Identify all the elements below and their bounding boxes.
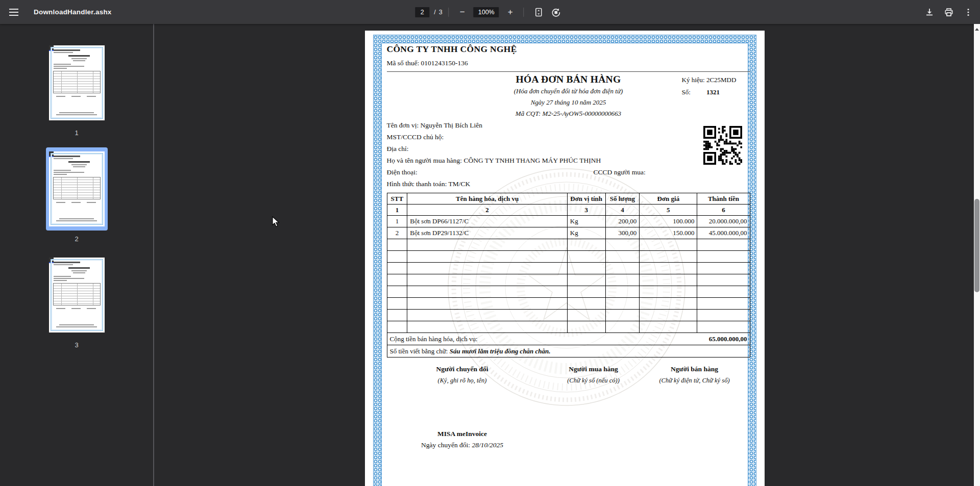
thumbnail-list: 1 2 bbox=[0, 41, 153, 360]
thumbnail-page-number: 3 bbox=[75, 341, 78, 349]
page-thumbnail[interactable]: 1 bbox=[46, 41, 108, 137]
table-row bbox=[387, 310, 750, 321]
table-row bbox=[387, 321, 750, 333]
header-divider bbox=[387, 71, 750, 72]
conversion-date-value: 28/10/2025 bbox=[472, 441, 503, 449]
document-viewport[interactable]: CÔNG TY TNHH CÔNG NGHỆ Mã số thuế: 01012… bbox=[155, 24, 974, 486]
qr-code bbox=[703, 126, 742, 165]
invoice-cqt-code: Mã CQT: M2-25-AyOW5-00000000663 bbox=[387, 108, 750, 119]
table-row: 2Bột sơn DP29/1132/CKg300,00150.00045.00… bbox=[387, 227, 750, 239]
fit-to-page-icon[interactable] bbox=[530, 4, 548, 21]
thumbnail-page-preview[interactable] bbox=[49, 258, 105, 332]
mini-table bbox=[53, 71, 101, 93]
line-items-table: STTTên hàng hóa, dịch vụĐơn vị tínhSố lư… bbox=[387, 193, 750, 357]
table-row: 123456 bbox=[387, 204, 750, 216]
thumbnail-page-preview[interactable] bbox=[49, 45, 105, 120]
buyer-address: Địa chỉ: bbox=[387, 143, 703, 155]
table-row bbox=[387, 286, 750, 298]
pdf-toolbar: DownloadHandler.ashx / 3 − 100% + bbox=[0, 0, 980, 24]
mini-table bbox=[53, 177, 101, 199]
buyer-id-label: CCCD người mua: bbox=[594, 166, 646, 178]
table-row bbox=[387, 251, 750, 263]
toolbar-divider bbox=[449, 8, 449, 17]
seller-name: CÔNG TY TNHH CÔNG NGHỆ bbox=[387, 44, 517, 55]
thumbnail-sidebar: 1 2 bbox=[0, 24, 154, 486]
signature-converter-title: Người chuyển đổi bbox=[386, 365, 539, 373]
document-title: DownloadHandler.ashx bbox=[34, 8, 112, 16]
page-divider: / bbox=[434, 9, 435, 16]
amount-words-value: Sáu mươi lăm triệu đồng chẵn chẵn. bbox=[450, 347, 551, 355]
scroll-up-arrow-icon[interactable] bbox=[975, 28, 979, 31]
buyer-phone-label: Điện thoại: bbox=[387, 168, 418, 176]
buyer-tax: MST/CCCD chủ hộ: bbox=[387, 131, 703, 143]
thumbnail-page-preview[interactable] bbox=[49, 151, 105, 226]
page-number-input[interactable] bbox=[415, 7, 429, 17]
amount-in-words-row: Số tiền viết bằng chữ: Sáu mươi lăm triệ… bbox=[387, 345, 750, 357]
total-value: 65.000.000,00 bbox=[709, 335, 747, 343]
amount-words-label: Số tiền viết bằng chữ: bbox=[390, 347, 448, 355]
print-icon[interactable] bbox=[940, 4, 958, 21]
toolbar-divider bbox=[524, 8, 524, 17]
table-row: STTTên hàng hóa, dịch vụĐơn vị tínhSố lư… bbox=[387, 193, 750, 204]
zoom-in-button[interactable]: + bbox=[503, 5, 518, 19]
download-icon[interactable] bbox=[921, 4, 938, 21]
payment-method: Hình thức thanh toán: TM/CK bbox=[387, 178, 703, 190]
invoice-table-body: STTTên hàng hóa, dịch vụĐơn vị tínhSố lư… bbox=[387, 193, 750, 333]
vertical-scrollbar[interactable] bbox=[974, 24, 980, 486]
invoice-no-value: 1321 bbox=[706, 88, 720, 96]
conversion-date-label: Ngày chuyển đổi: bbox=[421, 441, 470, 449]
buyer-name: Họ và tên người mua hàng: CÔNG TY TNHH T… bbox=[387, 155, 703, 166]
total-label: Cộng tiền bán hàng hóa, dịch vụ: bbox=[390, 335, 478, 343]
table-row bbox=[387, 263, 750, 274]
footer-brand: MISA meInvoice bbox=[386, 430, 539, 438]
signature-seller-title: Người bán hàng bbox=[618, 365, 771, 373]
page-total: 3 bbox=[439, 9, 443, 16]
table-row bbox=[387, 298, 750, 310]
signature-converter-note: (Ký, ghi rõ họ, tên) bbox=[386, 377, 539, 385]
rotate-icon[interactable] bbox=[548, 4, 565, 21]
invoice-no-label: Số: bbox=[682, 88, 691, 96]
mini-table bbox=[53, 283, 101, 305]
table-row bbox=[387, 239, 750, 251]
thumbnail-page-number: 2 bbox=[75, 235, 78, 243]
serial-value: 2C25MDD bbox=[706, 76, 737, 84]
page-thumbnail[interactable]: 2 bbox=[46, 147, 108, 243]
pdf-page: CÔNG TY TNHH CÔNG NGHỆ Mã số thuế: 01012… bbox=[365, 31, 765, 486]
scrollbar-thumb[interactable] bbox=[974, 199, 979, 292]
table-row bbox=[387, 274, 750, 286]
table-total-row: Cộng tiền bán hàng hóa, dịch vụ: 65.000.… bbox=[387, 333, 750, 345]
signature-seller-note: (Chữ ký điện tử, Chữ ký số) bbox=[618, 377, 771, 385]
page-thumbnail[interactable]: 3 bbox=[46, 253, 108, 349]
zoom-level[interactable]: 100% bbox=[474, 7, 499, 17]
buyer-unit: Tên đơn vị: Nguyễn Thị Bích Liên bbox=[387, 119, 703, 131]
table-row: 1Bột sơn DP66/1127/CKg200,00100.00020.00… bbox=[387, 216, 750, 227]
seller-tax-code: Mã số thuế: 0101243150-136 bbox=[387, 59, 468, 67]
more-options-icon[interactable] bbox=[960, 4, 977, 21]
zoom-out-button[interactable]: − bbox=[455, 5, 470, 19]
serial-label: Ký hiệu: bbox=[682, 76, 705, 84]
menu-icon[interactable] bbox=[5, 4, 22, 21]
thumbnail-page-number: 1 bbox=[75, 129, 78, 137]
